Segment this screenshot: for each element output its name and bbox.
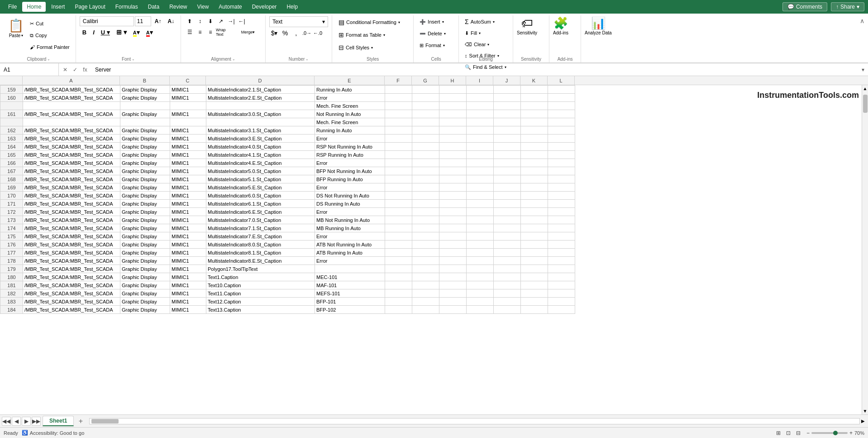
- cell-c159[interactable]: MIMIC1: [170, 86, 206, 94]
- cell-a172[interactable]: /MBR_Test_SCADA:MBR_Test_SCADA: [23, 208, 120, 216]
- cell-i164[interactable]: [467, 143, 494, 151]
- cell-b173[interactable]: Graphic Display: [120, 216, 170, 224]
- name-box[interactable]: A1: [0, 63, 59, 76]
- cell-i181[interactable]: [467, 281, 494, 289]
- horizontal-scroll-thumb[interactable]: [91, 419, 119, 424]
- cell-b169[interactable]: Graphic Display: [120, 183, 170, 192]
- cell-g167[interactable]: [412, 167, 439, 175]
- cell-g177[interactable]: [412, 249, 439, 257]
- cell-d179[interactable]: Polygon17.ToolTipText: [206, 265, 315, 273]
- comments-button[interactable]: 💬 Comments: [782, 2, 827, 11]
- cell-d170[interactable]: MultistateIndicator6.0.St_Caption: [206, 192, 315, 200]
- cell-k173[interactable]: [521, 216, 548, 224]
- increase-decimal-button[interactable]: .0→: [302, 28, 312, 38]
- cell-d161[interactable]: MultistateIndicator3.0.St_Caption: [206, 110, 315, 118]
- cell-c177[interactable]: MIMIC1: [170, 249, 206, 257]
- cell-l159[interactable]: [548, 86, 575, 94]
- cell-g161[interactable]: [412, 110, 439, 118]
- col-header-e[interactable]: E: [315, 76, 385, 85]
- cell-e172[interactable]: Error: [315, 208, 385, 216]
- cell-k164[interactable]: [521, 143, 548, 151]
- cell-g162[interactable]: [412, 126, 439, 135]
- insert-function-button[interactable]: fx: [81, 65, 90, 74]
- cell-a178[interactable]: /MBR_Test_SCADA:MBR_Test_SCADA: [23, 257, 120, 265]
- sheet-nav-last[interactable]: ▶▶: [32, 417, 41, 426]
- cell-g182[interactable]: [412, 289, 439, 298]
- format-as-table-button[interactable]: ⊞ Format as Table ▾: [336, 29, 403, 41]
- cell-c178[interactable]: MIMIC1: [170, 257, 206, 265]
- col-header-f[interactable]: F: [385, 76, 412, 85]
- cell-a166[interactable]: /MBR_Test_SCADA:MBR_Test_SCADA: [23, 159, 120, 167]
- cell-i173[interactable]: [467, 216, 494, 224]
- cell-g181[interactable]: [412, 281, 439, 289]
- cell-e183[interactable]: BFP-101: [315, 298, 385, 306]
- find-select-button[interactable]: 🔍 Find & Select ▾: [463, 62, 508, 72]
- cell-j163[interactable]: [494, 135, 521, 143]
- cell-g178[interactable]: [412, 257, 439, 265]
- cell-g164[interactable]: [412, 143, 439, 151]
- fill-color-button[interactable]: A▾: [130, 27, 143, 37]
- cell-i171[interactable]: [467, 200, 494, 208]
- cell-e177[interactable]: ATB Running In Auto: [315, 249, 385, 257]
- cell-d180[interactable]: Text1.Caption: [206, 273, 315, 281]
- align-right-button[interactable]: ≡: [205, 27, 215, 37]
- cell-f166[interactable]: [385, 159, 412, 167]
- delete-cells-button[interactable]: ➖ Delete ▾: [417, 28, 448, 39]
- cell-j161[interactable]: [494, 110, 521, 118]
- cell-g173[interactable]: [412, 216, 439, 224]
- cell-f170[interactable]: [385, 192, 412, 200]
- merge-center-button[interactable]: Merge▾: [234, 27, 262, 37]
- cell-f167[interactable]: [385, 167, 412, 175]
- cell-j160[interactable]: [494, 94, 521, 102]
- cell-f168[interactable]: [385, 175, 412, 183]
- cell-h161[interactable]: [439, 110, 467, 118]
- cell-d160[interactable]: MultistateIndicator2.E.St_Caption: [206, 94, 315, 102]
- cell-i2[interactable]: [467, 102, 494, 110]
- cell-c166[interactable]: MIMIC1: [170, 159, 206, 167]
- cell-a171[interactable]: /MBR_Test_SCADA:MBR_Test_SCADA: [23, 200, 120, 208]
- cell-c183[interactable]: MIMIC1: [170, 298, 206, 306]
- cell-g180[interactable]: [412, 273, 439, 281]
- cell-e170[interactable]: DS Not Running In Auto: [315, 192, 385, 200]
- cell-f2[interactable]: [385, 102, 412, 110]
- cell-d175[interactable]: MultistateIndicator7.E.St_Caption: [206, 232, 315, 241]
- cell-e2[interactable]: Mech. Fine Screen: [315, 102, 385, 110]
- cell-j175[interactable]: [494, 232, 521, 241]
- cell-g172[interactable]: [412, 208, 439, 216]
- autosum-button[interactable]: Σ AutoSum ▾: [463, 16, 508, 27]
- cell-k165[interactable]: [521, 151, 548, 159]
- cell-l168[interactable]: [548, 175, 575, 183]
- cell-c162[interactable]: MIMIC1: [170, 126, 206, 135]
- cell-d164[interactable]: MultistateIndicator4.0.St_Caption: [206, 143, 315, 151]
- font-size-input[interactable]: [135, 16, 151, 26]
- menu-home[interactable]: Home: [22, 2, 46, 12]
- cell-d162[interactable]: MultistateIndicator3.1.St_Caption: [206, 126, 315, 135]
- cell-a162[interactable]: /MBR_Test_SCADA:MBR_Test_SCADA: [23, 126, 120, 135]
- cell-f180[interactable]: [385, 273, 412, 281]
- cell-k184[interactable]: [521, 306, 548, 314]
- scroll-up-button[interactable]: ▲: [862, 85, 868, 92]
- cell-j4[interactable]: [494, 118, 521, 126]
- cell-l171[interactable]: [548, 200, 575, 208]
- cell-b164[interactable]: Graphic Display: [120, 143, 170, 151]
- cell-i162[interactable]: [467, 126, 494, 135]
- cell-e167[interactable]: BFP Not Running In Auto: [315, 167, 385, 175]
- cell-h176[interactable]: [439, 241, 467, 249]
- cell-l161[interactable]: [548, 110, 575, 118]
- cell-d168[interactable]: MultistateIndicator5.1.St_Caption: [206, 175, 315, 183]
- cell-f160[interactable]: [385, 94, 412, 102]
- cell-e175[interactable]: Error: [315, 232, 385, 241]
- menu-file[interactable]: File: [4, 2, 21, 12]
- clipboard-expander[interactable]: ⌄: [47, 57, 50, 61]
- cell-k159[interactable]: [521, 86, 548, 94]
- cell-l181[interactable]: [548, 281, 575, 289]
- cell-k160[interactable]: [521, 94, 548, 102]
- format-cells-button[interactable]: ⊞ Format ▾: [417, 40, 448, 51]
- font-name-input[interactable]: [80, 16, 134, 26]
- menu-help[interactable]: Help: [282, 2, 302, 12]
- cell-a170[interactable]: /MBR_Test_SCADA:MBR_Test_SCADA: [23, 192, 120, 200]
- cell-c175[interactable]: MIMIC1: [170, 232, 206, 241]
- cell-l179[interactable]: [548, 265, 575, 273]
- cell-g176[interactable]: [412, 241, 439, 249]
- col-header-i[interactable]: I: [466, 76, 493, 85]
